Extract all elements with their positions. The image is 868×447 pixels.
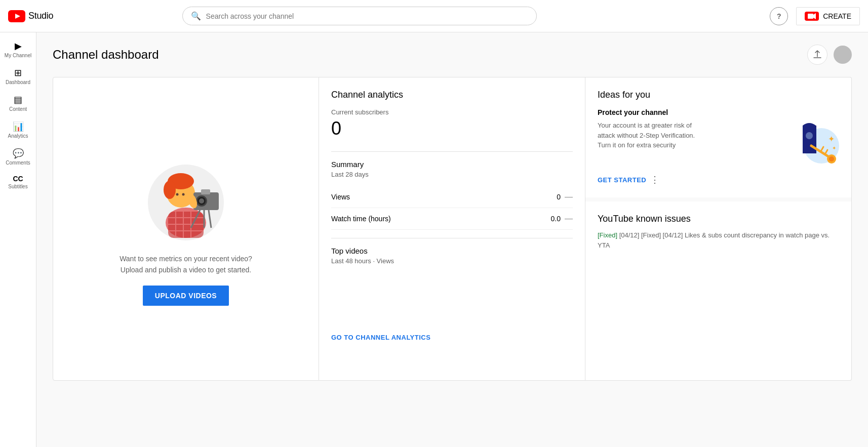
go-to-analytics-link[interactable]: GO TO CHANNEL ANALYTICS: [331, 334, 430, 341]
page-title-actions: [807, 45, 852, 65]
known-issues-section: YouTube known issues [Fixed] [04/12] [Fi…: [585, 201, 851, 262]
avatar[interactable]: [834, 46, 852, 64]
sidebar-item-content[interactable]: ▤ Content: [2, 90, 34, 116]
create-label: CREATE: [823, 12, 851, 20]
summary-title: Summary: [331, 160, 573, 169]
ideas-content: Your account is at greater risk of attac…: [598, 120, 839, 166]
known-issue-item: [Fixed] [04/12] [Fixed] [04/12] Likes & …: [598, 230, 839, 250]
content-label: Content: [9, 106, 27, 112]
camera-icon: [808, 13, 816, 19]
upload-icon-button[interactable]: [807, 45, 827, 65]
sidebar: ▶ My Channel ⊞ Dashboard ▤ Content 📊 Ana…: [0, 32, 36, 447]
views-metric-row: Views 0 —: [331, 186, 573, 208]
known-issues-title: YouTube known issues: [598, 214, 839, 224]
svg-text:✦: ✦: [828, 135, 835, 143]
comments-icon: 💬: [13, 148, 24, 159]
svg-point-21: [199, 198, 204, 204]
ideas-text: Your account is at greater risk of attac…: [598, 120, 709, 150]
my-channel-label: My Channel: [5, 53, 31, 58]
protect-title: Protect your channel: [598, 108, 839, 116]
layout: ▶ My Channel ⊞ Dashboard ▤ Content 📊 Ana…: [0, 32, 868, 447]
key-illustration: ✦ ✦: [783, 120, 839, 166]
analytics-icon: 📊: [13, 121, 24, 132]
sidebar-item-subtitles[interactable]: CC Subtitles: [2, 171, 34, 193]
more-icon: ⋮: [650, 174, 659, 185]
sidebar-item-analytics[interactable]: 📊 Analytics: [2, 117, 34, 143]
subscribers-count: 0: [331, 118, 573, 139]
svg-point-16: [176, 193, 179, 195]
svg-rect-22: [201, 189, 210, 194]
analytics-label: Analytics: [8, 133, 28, 139]
svg-point-15: [164, 181, 176, 199]
svg-point-32: [829, 156, 834, 161]
subscribers-label: Current subscribers: [331, 108, 573, 116]
ideas-card: Ideas for you Protect your channel Your …: [585, 77, 852, 381]
help-icon: ?: [777, 12, 781, 20]
sidebar-item-dashboard[interactable]: ⊞ Dashboard: [2, 63, 34, 89]
views-dash: —: [565, 192, 573, 201]
create-button[interactable]: CREATE: [796, 7, 860, 25]
search-input[interactable]: [206, 12, 528, 20]
cards-grid: Want to see metrics on your recent video…: [53, 77, 852, 381]
header: Studio 🔍 ? CREATE: [0, 0, 868, 32]
summary-period: Last 28 days: [331, 171, 573, 178]
svg-point-29: [806, 132, 813, 139]
dashboard-label: Dashboard: [6, 79, 30, 85]
divider-2: [331, 238, 573, 238]
watchtime-dash: —: [565, 214, 573, 223]
watchtime-value: 0.0 —: [551, 214, 573, 223]
top-videos-period: Last 48 hours · Views: [331, 257, 573, 265]
upload-videos-button[interactable]: UPLOAD VIDEOS: [143, 286, 229, 306]
sidebar-item-my-channel[interactable]: ▶ My Channel: [2, 36, 34, 62]
upload-text-line2: Upload and publish a video to get starte…: [121, 266, 251, 274]
watchtime-label: Watch time (hours): [331, 215, 391, 223]
ideas-title: Ideas for you: [598, 90, 839, 100]
ideas-section: Ideas for you Protect your channel Your …: [585, 77, 851, 201]
views-label: Views: [331, 193, 350, 201]
content-icon: ▤: [14, 94, 22, 105]
header-actions: ? CREATE: [770, 7, 860, 25]
get-started-link[interactable]: GET STARTED: [598, 176, 646, 184]
search-icon: 🔍: [191, 11, 201, 21]
comments-label: Comments: [6, 160, 30, 166]
content-area: Channel dashboard: [36, 32, 868, 447]
search-bar: 🔍: [182, 7, 537, 25]
analytics-title: Channel analytics: [331, 90, 573, 100]
page-title-row: Channel dashboard: [53, 45, 852, 65]
sidebar-item-comments[interactable]: 💬 Comments: [2, 144, 34, 170]
youtube-icon: [8, 10, 25, 22]
top-videos-title: Top videos: [331, 247, 573, 255]
issue-date: [04/12]: [619, 231, 641, 239]
help-button[interactable]: ?: [770, 7, 788, 25]
svg-marker-3: [813, 13, 816, 19]
watchtime-metric-row: Watch time (hours) 0.0 —: [331, 208, 573, 230]
logo[interactable]: Studio: [8, 10, 53, 22]
my-channel-icon: ▶: [15, 40, 22, 52]
svg-point-17: [182, 193, 185, 195]
upload-illustration: [140, 152, 231, 243]
divider-1: [331, 151, 573, 152]
svg-rect-2: [808, 14, 813, 19]
upload-text-line1: Want to see metrics on your recent video…: [120, 255, 252, 263]
more-options-button[interactable]: ⋮: [650, 174, 659, 185]
subtitles-label: Subtitles: [8, 184, 27, 189]
dashboard-icon: ⊞: [14, 67, 22, 78]
page-title: Channel dashboard: [53, 48, 159, 62]
analytics-card: Channel analytics Current subscribers 0 …: [319, 77, 585, 381]
issue-tag: [Fixed]: [598, 231, 619, 239]
upload-arrow-icon: [813, 50, 822, 59]
logo-text: Studio: [28, 11, 53, 21]
create-icon: [805, 12, 819, 21]
upload-text: Want to see metrics on your recent video…: [120, 253, 252, 276]
ideas-actions: GET STARTED ⋮: [598, 174, 839, 185]
views-value: 0 —: [557, 192, 573, 201]
subtitles-icon: CC: [13, 175, 23, 183]
upload-card: Want to see metrics on your recent video…: [53, 77, 319, 381]
views-number: 0: [557, 193, 561, 201]
svg-text:✦: ✦: [832, 145, 836, 151]
watchtime-number: 0.0: [551, 215, 561, 223]
